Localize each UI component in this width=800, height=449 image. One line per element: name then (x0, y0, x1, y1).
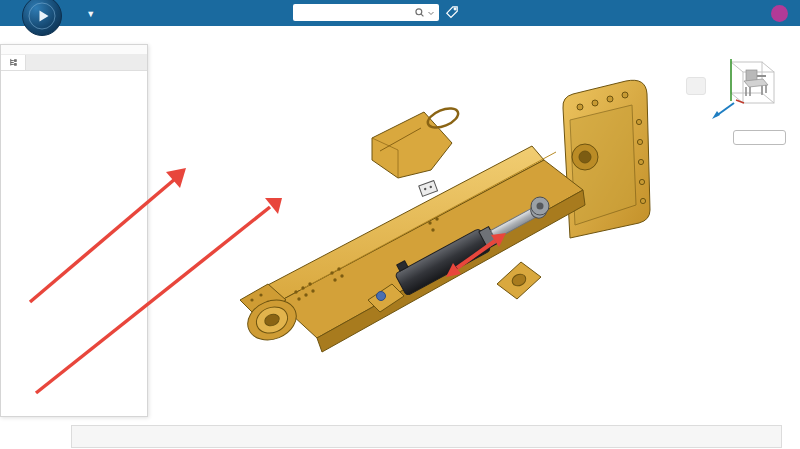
tag-icon[interactable] (444, 4, 460, 24)
design-tree (1, 89, 147, 416)
panel-header (1, 71, 147, 89)
top-right-actions (771, 0, 795, 26)
sketch-toolbar (71, 425, 782, 448)
app-switcher-chevron-icon[interactable]: ▼ (86, 9, 95, 19)
search-box[interactable] (293, 4, 439, 21)
search-input[interactable] (300, 6, 413, 19)
units-dropdown[interactable] (733, 130, 786, 145)
3dexperience-compass[interactable] (21, 0, 63, 37)
app-window: ▼ (0, 0, 800, 449)
design-manager-panel (0, 44, 148, 417)
panel-tab-strip (1, 55, 147, 71)
search-icon[interactable] (413, 6, 426, 19)
search-scope-chevron-icon[interactable] (426, 8, 436, 18)
chair-model-thumbnail (744, 70, 768, 96)
app-title: ▼ (70, 0, 95, 26)
top-app-bar: ▼ (0, 0, 800, 26)
tree-icon (8, 57, 19, 68)
panel-top-strip (1, 45, 147, 55)
user-avatar[interactable] (771, 5, 788, 22)
orientation-view-cube[interactable] (700, 50, 796, 132)
tab-design-tree[interactable] (1, 55, 26, 70)
